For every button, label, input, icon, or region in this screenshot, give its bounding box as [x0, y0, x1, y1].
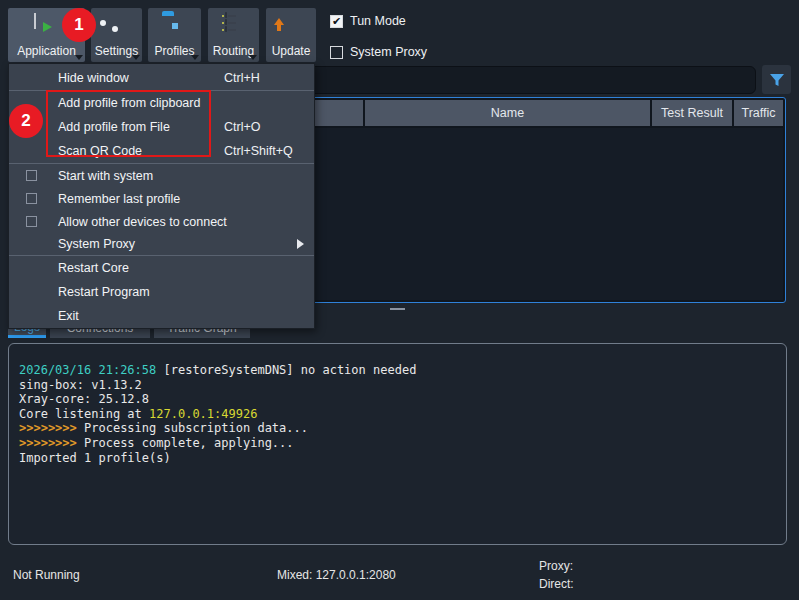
menu-item-label: System Proxy — [58, 237, 135, 251]
menu-item-start-with-system[interactable]: Start with system — [9, 164, 314, 187]
checkbox-unchecked-icon — [26, 216, 37, 227]
update-button-label: Update — [272, 45, 311, 58]
application-menu: Hide window Ctrl+H Add profile from clip… — [8, 63, 315, 329]
menu-item-add-profile-clipboard[interactable]: Add profile from clipboard — [9, 91, 314, 115]
menu-item-shortcut: Ctrl+Shift+Q — [224, 144, 293, 158]
chevron-down-icon — [191, 55, 199, 60]
chevron-down-icon — [75, 55, 83, 60]
menu-item-label: Restart Program — [58, 285, 150, 299]
tun-mode-checkbox[interactable]: Tun Mode — [330, 14, 406, 28]
filter-button[interactable] — [762, 65, 791, 94]
menu-item-label: Exit — [58, 309, 79, 323]
folder-icon — [162, 14, 188, 38]
menu-item-label: Add profile from clipboard — [58, 96, 200, 110]
application-button-label: Application — [17, 45, 76, 58]
log-line2: sing-box: v1.13.2 — [19, 378, 142, 392]
menu-item-system-proxy[interactable]: System Proxy — [9, 233, 314, 255]
menu-item-restart-core[interactable]: Restart Core — [9, 256, 314, 280]
menu-item-add-profile-file[interactable]: Add profile from File Ctrl+O — [9, 115, 314, 139]
annotation-badge-2: 2 — [9, 104, 43, 138]
menu-item-label: Start with system — [58, 169, 153, 183]
log-timestamp: 2026/03/16 21:26:58 — [19, 363, 156, 377]
app-window-play-icon — [34, 14, 60, 38]
filter-funnel-icon — [769, 72, 785, 88]
update-arrow-icon — [279, 14, 303, 38]
checkbox-unchecked-icon — [26, 193, 37, 204]
log-line4-text: Core listening at — [19, 407, 149, 421]
update-button[interactable]: Update — [266, 8, 316, 62]
menu-item-exit[interactable]: Exit — [9, 304, 314, 328]
log-line6-text: Process complete, applying... — [77, 436, 294, 450]
menu-item-remember-last-profile[interactable]: Remember last profile — [9, 187, 314, 210]
tun-mode-label: Tun Mode — [350, 14, 406, 28]
submenu-arrow-icon — [297, 239, 304, 249]
menu-item-label: Allow other devices to connect — [58, 215, 227, 229]
menu-item-allow-other-devices[interactable]: Allow other devices to connect — [9, 210, 314, 233]
menu-item-label: Remember last profile — [58, 192, 180, 206]
checkbox-checked-icon — [330, 15, 343, 28]
status-running-state: Not Running — [13, 568, 80, 582]
menu-item-shortcut: Ctrl+O — [224, 120, 260, 134]
chevron-down-icon — [132, 55, 140, 60]
sliders-icon — [105, 14, 129, 38]
status-proxy-label: Proxy: — [539, 559, 573, 573]
menu-item-label: Scan QR Code — [58, 144, 142, 158]
log-output[interactable]: 2026/03/16 21:26:58 [restoreSystemDNS] n… — [8, 343, 787, 545]
settings-button[interactable]: Settings — [91, 8, 142, 62]
log-listen-address: 127.0.0.1:49926 — [149, 407, 257, 421]
chevron-down-icon — [249, 55, 257, 60]
log-arrows: >>>>>>>> — [19, 436, 77, 450]
splitter-handle[interactable] — [390, 308, 405, 310]
profiles-button[interactable]: Profiles — [148, 8, 201, 62]
log-line7: Imported 1 profile(s) — [19, 451, 171, 465]
status-mixed-port: Mixed: 127.0.0.1:2080 — [277, 568, 396, 582]
annotation-badge-1: 1 — [62, 8, 96, 42]
log-line3: Xray-core: 25.12.8 — [19, 392, 149, 406]
profiles-button-label: Profiles — [154, 45, 194, 58]
menu-item-restart-program[interactable]: Restart Program — [9, 280, 314, 304]
menu-item-label: Hide window — [58, 71, 129, 85]
checkbox-unchecked-icon — [330, 46, 343, 59]
table-header-name[interactable]: Name — [365, 100, 650, 126]
table-header-traffic[interactable]: Traffic — [734, 100, 783, 126]
system-proxy-label: System Proxy — [350, 45, 427, 59]
menu-item-label: Add profile from File — [58, 120, 170, 134]
log-arrows: >>>>>>>> — [19, 421, 77, 435]
checkbox-unchecked-icon — [26, 170, 37, 181]
menu-item-scan-qr-code[interactable]: Scan QR Code Ctrl+Shift+Q — [9, 139, 314, 163]
system-proxy-checkbox[interactable]: System Proxy — [330, 45, 427, 59]
server-stack-icon — [222, 12, 246, 38]
log-line5-text: Processing subscription data... — [77, 421, 308, 435]
routing-button[interactable]: Routing — [208, 8, 259, 62]
menu-item-shortcut: Ctrl+H — [224, 71, 260, 85]
menu-item-hide-window[interactable]: Hide window Ctrl+H — [9, 66, 314, 90]
routing-button-label: Routing — [213, 45, 254, 58]
log-line1-text: [restoreSystemDNS] no action needed — [156, 363, 416, 377]
table-header-test-result[interactable]: Test Result — [652, 100, 732, 126]
menu-item-label: Restart Core — [58, 261, 129, 275]
status-direct-label: Direct: — [539, 577, 574, 591]
